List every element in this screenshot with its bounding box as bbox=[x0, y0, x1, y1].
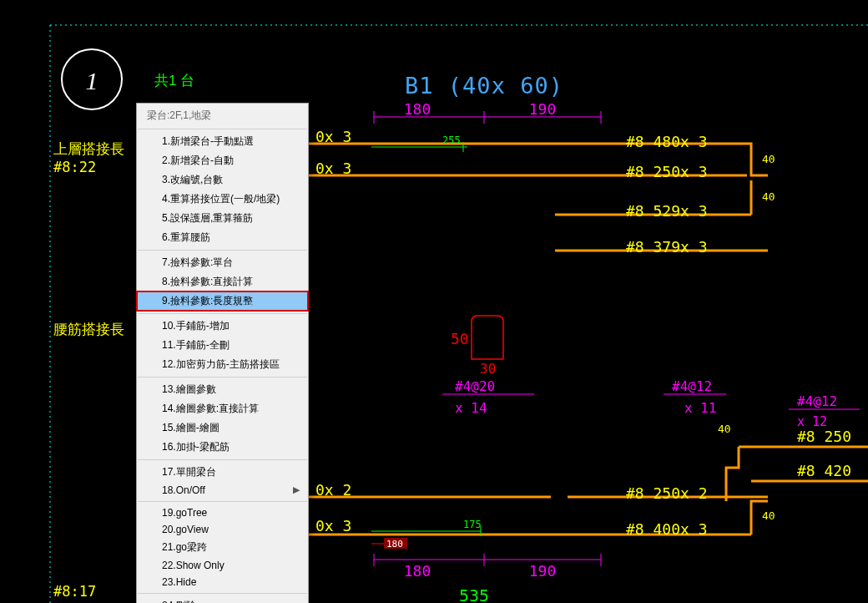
menu-separator bbox=[138, 593, 307, 594]
pad-shape bbox=[472, 316, 503, 359]
pad-w: 30 bbox=[480, 361, 496, 377]
far-a: #8 250 bbox=[797, 428, 851, 445]
menu-item[interactable]: 15.繪圖-繪圖 bbox=[137, 418, 308, 438]
bar-r3: #8 529x 3 bbox=[626, 202, 708, 220]
seg-top2: 0x 3 bbox=[315, 160, 351, 177]
seg-bot1: 0x 2 bbox=[315, 481, 351, 499]
far-b: #8 420 bbox=[797, 462, 851, 479]
menu-separator bbox=[138, 377, 307, 378]
menu-separator bbox=[138, 129, 307, 129]
menu-item[interactable]: 24.刪除 bbox=[137, 596, 308, 603]
menu-item[interactable]: 16.加掛-梁配筋 bbox=[137, 438, 308, 457]
menu-item[interactable]: 4.重算搭接位置(一般/地梁) bbox=[137, 190, 308, 209]
menu-item[interactable]: 13.繪圖參數 bbox=[137, 380, 308, 399]
label-bottom-splice: #8:17 bbox=[53, 583, 96, 600]
menu-item[interactable]: 10.手鋪筋-增加 bbox=[137, 317, 308, 336]
menu-item[interactable]: 14.繪圖參數:直接計算 bbox=[137, 399, 308, 418]
menu-item[interactable]: 19.goTree bbox=[137, 504, 308, 521]
menu-item[interactable]: 23.Hide bbox=[137, 574, 308, 590]
menu-item[interactable]: 20.goView bbox=[137, 521, 308, 538]
context-menu-title: 梁台:2F,1,地梁 bbox=[137, 105, 308, 126]
menu-item[interactable]: 1.新增梁台-手動點選 bbox=[137, 132, 308, 151]
mark-40a: 40 bbox=[762, 153, 775, 165]
menu-item[interactable]: 11.手鋪筋-全刪 bbox=[137, 336, 308, 355]
stirrup-r1: #4@12 bbox=[672, 378, 712, 394]
bar-r1: #8 480x 3 bbox=[626, 133, 708, 150]
menu-item[interactable]: 18.On/Off▶ bbox=[137, 482, 308, 499]
mark-40b: 40 bbox=[762, 190, 775, 203]
menu-item[interactable]: 7.撿料參數:單台 bbox=[137, 253, 308, 272]
label-top-splice-2: #8:22 bbox=[53, 159, 96, 175]
bar-r6: #8 400x 3 bbox=[626, 520, 708, 538]
menu-separator bbox=[138, 250, 307, 251]
dim-255: 255 bbox=[442, 134, 461, 146]
menu-item[interactable]: 5.設保護層,重算箍筋 bbox=[137, 209, 308, 228]
stirrup-b: x 14 bbox=[455, 400, 487, 416]
menu-separator bbox=[138, 313, 307, 314]
node-count: 共1 台 bbox=[154, 73, 194, 89]
label-top-splice: 上層搭接長 bbox=[53, 141, 124, 157]
mark-40c: 40 bbox=[718, 423, 731, 435]
submenu-arrow-icon: ▶ bbox=[293, 484, 300, 495]
bar-r2: #8 250x 3 bbox=[626, 163, 708, 180]
dim-bot-right: 190 bbox=[529, 562, 557, 580]
dim-red-180: 180 bbox=[386, 539, 403, 550]
context-menu[interactable]: 梁台:2F,1,地梁 1.新增梁台-手動點選2.新增梁台-自動3.改編號,台數4… bbox=[136, 103, 309, 603]
menu-item[interactable]: 6.重算腰筋 bbox=[137, 228, 308, 247]
cad-canvas[interactable]: 1 共1 台 B1 (40x 60) 180 190 上層搭接長 #8:22 腰… bbox=[0, 0, 868, 603]
label-waist-splice: 腰筋搭接長 bbox=[53, 322, 124, 337]
node-number: 1 bbox=[86, 67, 98, 94]
dim-175: 175 bbox=[463, 519, 482, 530]
menu-item[interactable]: 3.改編號,台數 bbox=[137, 170, 308, 190]
bar-r4: #8 379x 3 bbox=[626, 238, 708, 256]
stirrup-a: #4@20 bbox=[455, 378, 495, 394]
menu-item[interactable]: 21.go梁跨 bbox=[137, 538, 308, 557]
beam-title: B1 (40x 60) bbox=[405, 73, 563, 99]
dim-bot-left: 180 bbox=[404, 562, 431, 580]
seg-top1: 0x 3 bbox=[315, 128, 351, 145]
menu-item[interactable]: 12.加密剪力筋-主筋搭接區 bbox=[137, 355, 308, 374]
stirrup-far-a: #4@12 bbox=[797, 393, 837, 409]
bar-r5: #8 250x 2 bbox=[626, 484, 708, 502]
menu-item[interactable]: 22.Show Only bbox=[137, 557, 308, 574]
menu-item[interactable]: 8.撿料參數:直接計算 bbox=[137, 272, 308, 291]
dim-top-right: 190 bbox=[529, 100, 557, 118]
seg-bot2: 0x 3 bbox=[315, 517, 351, 535]
stirrup-r2: x 11 bbox=[684, 400, 717, 416]
dim-535: 535 bbox=[459, 585, 489, 603]
pad-h: 50 bbox=[451, 330, 469, 347]
dim-top-left: 180 bbox=[404, 100, 431, 118]
menu-item[interactable]: 9.撿料參數:長度規整 bbox=[137, 291, 308, 311]
menu-item[interactable]: 2.新增梁台-自動 bbox=[137, 151, 308, 170]
menu-separator bbox=[138, 501, 307, 502]
mark-40d: 40 bbox=[762, 509, 775, 522]
menu-separator bbox=[138, 459, 307, 460]
menu-item[interactable]: 17.單開梁台 bbox=[137, 463, 308, 482]
